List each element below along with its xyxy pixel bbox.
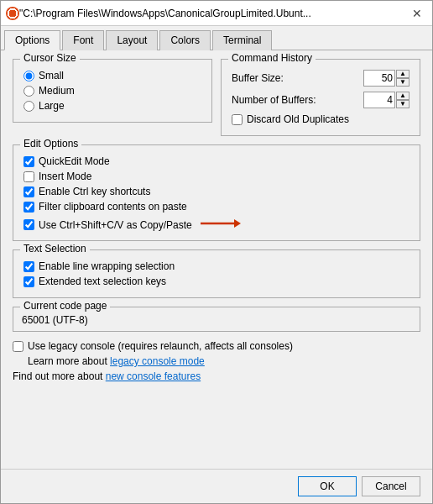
discard-duplicates-checkbox[interactable] bbox=[232, 114, 243, 125]
quickedit-row: QuickEdit Mode bbox=[23, 155, 410, 167]
line-wrapping-checkbox[interactable] bbox=[23, 261, 34, 272]
tab-layout[interactable]: Layout bbox=[106, 30, 158, 50]
code-page-value: 65001 (UTF-8) bbox=[22, 314, 411, 326]
buffer-size-input[interactable]: 50 bbox=[363, 70, 395, 87]
line-wrapping-row: Enable line wrapping selection bbox=[23, 260, 410, 272]
legacy-console-link[interactable]: legacy console mode bbox=[110, 355, 205, 367]
legacy-checkbox[interactable] bbox=[13, 341, 23, 352]
buffer-size-row: Buffer Size: 50 ▲ ▼ bbox=[232, 70, 410, 87]
ok-button[interactable]: OK bbox=[298, 476, 357, 496]
title-bar: "C:\Program Files\WindowsApps\CanonicalG… bbox=[1, 1, 432, 26]
filter-clipboard-checkbox[interactable] bbox=[23, 202, 34, 213]
tab-font[interactable]: Font bbox=[62, 30, 104, 50]
text-selection-checkboxes: Enable line wrapping selection Extended … bbox=[23, 260, 410, 287]
content-area: Cursor Size Small Medium Large bbox=[1, 50, 432, 469]
buffer-size-label: Buffer Size: bbox=[232, 72, 363, 84]
learn-more-row: Learn more about legacy console mode bbox=[13, 355, 420, 367]
ctrl-shift-row: Use Ctrl+Shift+C/V as Copy/Paste bbox=[23, 216, 410, 234]
main-window: "C:\Program Files\WindowsApps\CanonicalG… bbox=[0, 0, 433, 504]
discard-duplicates-row: Discard Old Duplicates bbox=[232, 113, 410, 125]
app-icon bbox=[6, 7, 19, 20]
cursor-size-radio-group: Small Medium Large bbox=[23, 70, 201, 112]
code-page-section: Current code page 65001 (UTF-8) bbox=[13, 307, 420, 332]
ctrl-shift-checkbox[interactable] bbox=[23, 219, 34, 230]
insert-mode-row: Insert Mode bbox=[23, 171, 410, 182]
num-buffers-row: Number of Buffers: 4 ▲ ▼ bbox=[232, 92, 410, 108]
cursor-size-label: Cursor Size bbox=[20, 52, 80, 64]
radio-large[interactable] bbox=[23, 101, 34, 112]
tab-bar: Options Font Layout Colors Terminal bbox=[1, 26, 432, 50]
window-title: "C:\Program Files\WindowsApps\CanonicalG… bbox=[19, 8, 407, 19]
filter-clipboard-row: Filter clipboard contents on paste bbox=[23, 201, 410, 213]
ctrl-shift-label: Use Ctrl+Shift+C/V as Copy/Paste bbox=[39, 219, 192, 231]
find-out-prefix: Find out more about bbox=[13, 370, 106, 382]
num-buffers-input[interactable]: 4 bbox=[363, 92, 395, 108]
text-selection-label: Text Selection bbox=[20, 243, 90, 255]
radio-item-large: Large bbox=[23, 100, 201, 112]
quickedit-label: QuickEdit Mode bbox=[39, 155, 110, 167]
footer: OK Cancel bbox=[1, 469, 432, 503]
quickedit-checkbox[interactable] bbox=[23, 156, 34, 167]
radio-small[interactable] bbox=[23, 71, 34, 81]
tab-terminal[interactable]: Terminal bbox=[212, 30, 272, 50]
num-buffers-up[interactable]: ▲ bbox=[396, 92, 410, 100]
cursor-size-section: Cursor Size Small Medium Large bbox=[13, 59, 212, 123]
text-selection-section: Text Selection Enable line wrapping sele… bbox=[13, 249, 420, 298]
discard-duplicates-label: Discard Old Duplicates bbox=[247, 113, 349, 125]
top-sections: Cursor Size Small Medium Large bbox=[13, 59, 420, 144]
extended-text-row: Extended text selection keys bbox=[23, 276, 410, 287]
ctrl-key-checkbox[interactable] bbox=[23, 186, 34, 197]
ctrl-shift-item: Use Ctrl+Shift+C/V as Copy/Paste bbox=[23, 219, 192, 231]
arrow-indicator bbox=[199, 216, 241, 234]
num-buffers-label: Number of Buffers: bbox=[232, 94, 363, 106]
legacy-label: Use legacy console (requires relaunch, a… bbox=[28, 340, 293, 352]
buffer-size-down[interactable]: ▼ bbox=[396, 78, 410, 87]
find-out-row: Find out more about new console features bbox=[13, 370, 420, 382]
edit-options-label: Edit Options bbox=[20, 138, 81, 150]
command-history-section: Command History Buffer Size: 50 ▲ ▼ bbox=[221, 59, 420, 136]
insert-mode-checkbox[interactable] bbox=[23, 171, 34, 182]
radio-small-label: Small bbox=[39, 70, 64, 81]
tab-options[interactable]: Options bbox=[4, 30, 60, 50]
ctrl-key-label: Enable Ctrl key shortcuts bbox=[39, 186, 150, 197]
radio-item-medium: Medium bbox=[23, 85, 201, 97]
radio-item-small: Small bbox=[23, 70, 201, 81]
legacy-checkbox-row: Use legacy console (requires relaunch, a… bbox=[13, 340, 420, 352]
radio-medium-label: Medium bbox=[39, 85, 75, 97]
insert-mode-label: Insert Mode bbox=[39, 171, 91, 182]
buffer-size-spinner: 50 ▲ ▼ bbox=[363, 70, 410, 87]
edit-options-checkboxes: QuickEdit Mode Insert Mode Enable Ctrl k… bbox=[23, 155, 410, 234]
code-page-label: Current code page bbox=[20, 300, 110, 312]
buffer-size-up[interactable]: ▲ bbox=[396, 70, 410, 78]
svg-marker-1 bbox=[234, 219, 241, 228]
learn-more-prefix: Learn more about bbox=[28, 355, 110, 367]
extended-text-checkbox[interactable] bbox=[23, 276, 34, 287]
num-buffers-spinner-buttons: ▲ ▼ bbox=[396, 92, 410, 108]
radio-medium[interactable] bbox=[23, 86, 34, 97]
command-history-label: Command History bbox=[228, 52, 316, 64]
cancel-button[interactable]: Cancel bbox=[362, 476, 420, 496]
tab-colors[interactable]: Colors bbox=[159, 30, 211, 50]
buffer-size-spinner-buttons: ▲ ▼ bbox=[396, 70, 410, 87]
command-history-fields: Buffer Size: 50 ▲ ▼ Number of Buffers: bbox=[232, 70, 410, 125]
ctrl-key-row: Enable Ctrl key shortcuts bbox=[23, 186, 410, 197]
new-console-link[interactable]: new console features bbox=[106, 370, 201, 382]
filter-clipboard-label: Filter clipboard contents on paste bbox=[39, 201, 187, 213]
command-history-col: Command History Buffer Size: 50 ▲ ▼ bbox=[221, 59, 420, 144]
num-buffers-spinner: 4 ▲ ▼ bbox=[363, 92, 410, 108]
close-button[interactable]: ✕ bbox=[407, 3, 427, 24]
edit-options-section: Edit Options QuickEdit Mode Insert Mode … bbox=[13, 144, 420, 241]
num-buffers-down[interactable]: ▼ bbox=[396, 100, 410, 108]
cursor-size-col: Cursor Size Small Medium Large bbox=[13, 59, 212, 144]
line-wrapping-label: Enable line wrapping selection bbox=[39, 260, 175, 272]
radio-large-label: Large bbox=[39, 100, 65, 112]
extended-text-label: Extended text selection keys bbox=[39, 276, 166, 287]
